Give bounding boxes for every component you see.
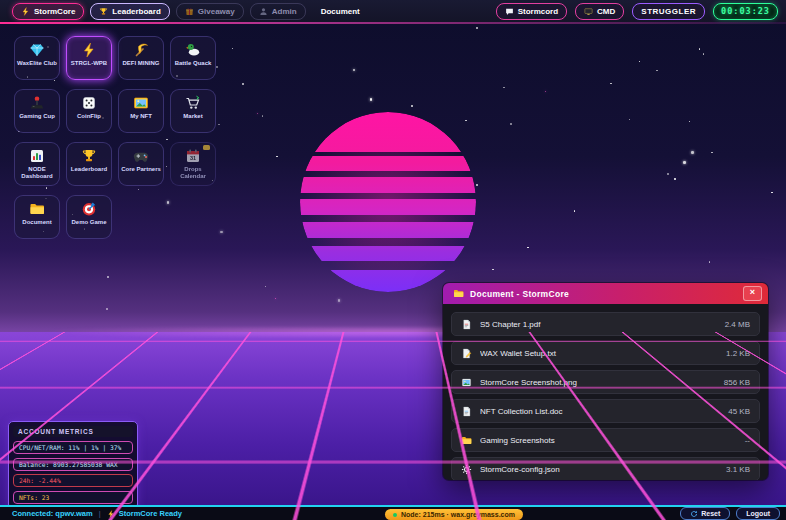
desktop-icon-gaming-cup[interactable]: Gaming Cup <box>14 89 60 133</box>
star <box>492 269 494 271</box>
file-row-nft-collection-list-doc[interactable]: NFT Collection List.doc45 KB <box>451 399 760 423</box>
top-menu-bar: StormCoreLeaderboardGiveawayAdminDocumen… <box>0 0 786 22</box>
file-size: -- <box>745 436 750 445</box>
desktop-icon-document[interactable]: Document <box>14 195 60 239</box>
menu-item-giveaway[interactable]: Giveaway <box>176 3 244 20</box>
topbar-accent-line <box>0 22 786 24</box>
lightning-icon <box>107 510 115 518</box>
star <box>106 308 108 310</box>
topbar-button-label: Stormcord <box>518 7 558 16</box>
window-titlebar[interactable]: Document - StormCore × <box>443 283 768 304</box>
desktop-icon-my-nft[interactable]: My NFT <box>118 89 164 133</box>
file-name: Gaming Screenshots <box>480 436 737 445</box>
star <box>242 83 244 85</box>
desktop-icon-waxelite-club[interactable]: WaxElite Club <box>14 36 60 80</box>
desktop-icon-defi-mining[interactable]: DEFI MINING <box>118 36 164 80</box>
metric-rows: CPU/NET/RAM: 11% | 1% | 37%Balance: 8903… <box>13 441 133 504</box>
file-row-s5-chapter-1-pdf[interactable]: S5 Chapter 1.pdf2.4 MB <box>451 312 760 336</box>
statusbar-buttons: Reset Logout <box>680 507 780 520</box>
desktop-icon-label: NODE Dashboard <box>16 166 58 180</box>
file-row-stormcore-config-json[interactable]: StormCore-config.json3.1 KB <box>451 457 760 480</box>
star <box>674 178 676 180</box>
star <box>629 119 631 121</box>
svg-text:31: 31 <box>190 155 196 161</box>
terminal-icon <box>584 7 593 16</box>
desktop-icon-coinflip[interactable]: CoinFlip <box>66 89 112 133</box>
document-window: Document - StormCore × S5 Chapter 1.pdf2… <box>443 283 768 480</box>
metric-row-nfts: NFTs: 23 <box>13 491 133 504</box>
ready-status-text: StormCore Ready <box>119 509 182 518</box>
file-text-icon <box>461 348 472 359</box>
menu-item-admin[interactable]: Admin <box>250 3 306 20</box>
star <box>545 91 547 93</box>
menu-item-label: Giveaway <box>198 7 235 16</box>
node-online-dot <box>393 513 397 517</box>
cart-icon <box>185 94 201 112</box>
account-metrics-title: ACCOUNT METRICS <box>13 426 133 437</box>
desktop-icon-drops-calendar[interactable]: 31Drops Calendar <box>170 142 216 186</box>
file-row-gaming-screenshots[interactable]: Gaming Screenshots-- <box>451 428 760 452</box>
star <box>220 231 223 234</box>
file-name: S5 Chapter 1.pdf <box>480 320 717 329</box>
logout-button-label: Logout <box>746 510 770 517</box>
logout-button[interactable]: Logout <box>736 507 780 520</box>
metric-row-balance: Balance: 8903.27585038 WAX <box>13 458 133 471</box>
desktop-icon-label: Market <box>183 113 202 120</box>
file-row-wax-wallet-setup-txt[interactable]: WAX Wallet Setup.txt1.2 KB <box>451 341 760 365</box>
desktop-icon-label: Core Partners <box>121 166 161 173</box>
star <box>107 276 109 278</box>
gamepad-icon <box>133 147 149 165</box>
folder-icon <box>453 288 464 299</box>
topbar-button-stormcord[interactable]: Stormcord <box>496 3 567 20</box>
menu-item-document[interactable]: Document <box>312 3 369 20</box>
desktop-icon-strgl-wpb[interactable]: STRGL-WPB <box>66 36 112 80</box>
desktop-icon-market[interactable]: Market <box>170 89 216 133</box>
window-title: Document - StormCore <box>470 289 737 299</box>
stormcore-desktop: StormCoreLeaderboardGiveawayAdminDocumen… <box>0 0 786 520</box>
star <box>639 61 641 63</box>
target-icon <box>81 200 97 218</box>
chart-icon <box>29 147 45 165</box>
node-status-badge[interactable]: Node: 215ms · wax.greymass.com <box>385 509 523 520</box>
reset-button-label: Reset <box>701 510 720 517</box>
desktop-icon-node-dashboard[interactable]: NODE Dashboard <box>14 142 60 186</box>
trophy-icon <box>99 7 108 16</box>
dice-icon <box>81 94 97 112</box>
star <box>353 69 356 72</box>
menu-item-leaderboard[interactable]: Leaderboard <box>90 3 169 20</box>
close-button[interactable]: × <box>743 286 762 301</box>
file-size: 2.4 MB <box>725 320 750 329</box>
metric-row-24h: 24h: -2.44% <box>13 474 133 487</box>
desktop-icon-demo-game[interactable]: Demo Game <box>66 195 112 239</box>
desktop-icon-label: CoinFlip <box>77 113 101 120</box>
file-name: NFT Collection List.doc <box>480 407 720 416</box>
star <box>218 124 220 126</box>
lightning-icon <box>21 7 30 16</box>
menu-item-stormcore[interactable]: StormCore <box>12 3 84 20</box>
joystick-icon <box>29 94 45 112</box>
star <box>667 173 669 175</box>
lightning-icon <box>81 41 97 59</box>
topbar-button-label: STRUGGLER <box>641 7 696 16</box>
star <box>262 115 264 117</box>
chat-icon <box>505 7 514 16</box>
star <box>709 261 711 263</box>
desktop-icon-core-partners[interactable]: Core Partners <box>118 142 164 186</box>
topbar-button-cmd[interactable]: CMD <box>575 3 624 20</box>
star <box>527 247 529 249</box>
desktop-icon-battle-quack[interactable]: Battle Quack <box>170 36 216 80</box>
file-size: 1.2 KB <box>726 349 750 358</box>
desktop-icon-label: Leaderboard <box>71 166 107 173</box>
reset-button[interactable]: Reset <box>680 507 730 520</box>
file-row-stormcore-screenshot-png[interactable]: StormCore Screenshot.png856 KB <box>451 370 760 394</box>
star <box>699 48 701 50</box>
status-bar: Connected: qpwv.wam | StormCore Ready No… <box>0 505 786 520</box>
desktop-icon-label: My NFT <box>130 113 152 120</box>
picture-icon <box>133 94 149 112</box>
admin-icon <box>259 7 268 16</box>
star <box>503 87 505 89</box>
star <box>476 27 478 29</box>
topbar-button-struggler[interactable]: STRUGGLER <box>632 3 705 20</box>
desktop-icon-leaderboard[interactable]: Leaderboard <box>66 142 112 186</box>
file-image-icon <box>461 377 472 388</box>
